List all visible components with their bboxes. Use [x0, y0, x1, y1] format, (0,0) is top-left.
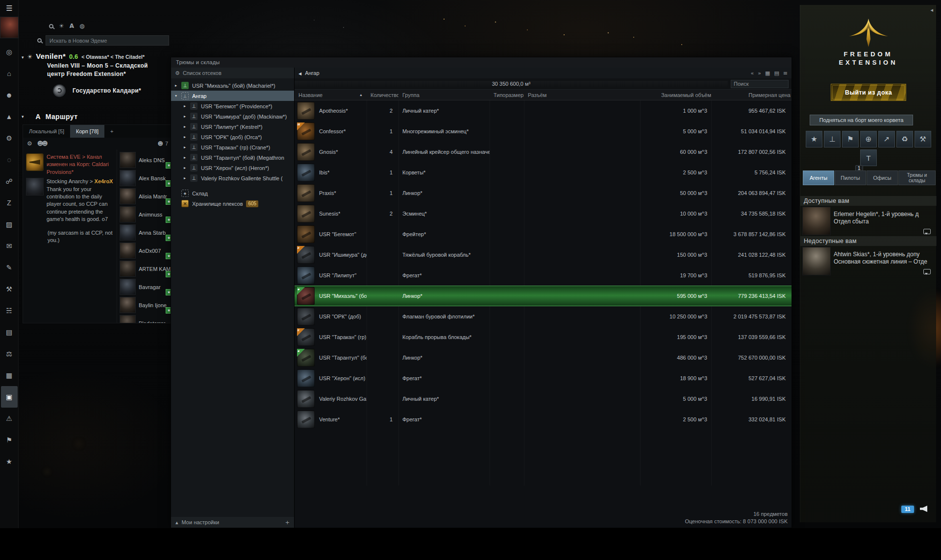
chevron-up-icon[interactable]	[175, 519, 178, 526]
neocom-fleet-icon[interactable]: ⚑	[1, 429, 18, 451]
view-icons-icon[interactable]	[765, 70, 770, 76]
neocom-assets-icon[interactable]: ▦	[1, 365, 18, 386]
neocom-people-icon[interactable]: ☍	[1, 170, 18, 192]
neocom-charts-icon[interactable]: ▨	[1, 214, 18, 235]
neocom-industry-icon[interactable]: ⚒	[1, 278, 18, 300]
tab-corp[interactable]: Корп [78]	[70, 125, 104, 138]
agent-name-line[interactable]: Erlemer Hegelin*, 1-й уровень д	[834, 211, 934, 218]
ship-thumbnail[interactable]	[297, 184, 315, 202]
collapse-all-icon[interactable]	[751, 70, 754, 76]
list-item[interactable]: Aleks DNS	[120, 151, 172, 169]
tab-agents[interactable]: Агенты	[803, 170, 834, 185]
message-mention[interactable]: Xe4roX	[95, 178, 113, 184]
solar-system-icon[interactable]	[59, 23, 64, 29]
agent-portrait[interactable]	[802, 247, 831, 275]
tree-item-liliput[interactable]: ▸ USR "Лилипут" (Kestrel*)	[171, 122, 294, 132]
list-item[interactable]: Animnuss	[120, 205, 172, 223]
my-settings-label[interactable]: Мои настройки	[182, 519, 220, 525]
ship-thumbnail[interactable]	[297, 143, 315, 161]
tab-offices[interactable]: Офисы	[867, 170, 898, 185]
neocom-station-services-icon[interactable]: ⌂	[1, 63, 18, 84]
message-author[interactable]: Stocking Anarchy >	[47, 178, 93, 184]
ship-thumbnail[interactable]	[297, 205, 315, 222]
expander-icon[interactable]: ▸	[184, 176, 190, 180]
undock-button[interactable]: Выйти из дока	[831, 84, 906, 101]
faction-name[interactable]: Государство Калдари*	[73, 87, 141, 94]
notification-badge[interactable]: 11	[901, 506, 914, 513]
ship-thumbnail[interactable]	[297, 225, 315, 243]
agent-entry[interactable]: Erlemer Hegelin*, 1-й уровень д Отдел сб…	[801, 207, 936, 236]
neocom-ship-hangar-icon[interactable]: ▲	[1, 106, 18, 127]
gear-icon[interactable]	[175, 70, 180, 76]
lp-store-icon[interactable]: ★	[806, 131, 822, 147]
tree-item-tarakan[interactable]: ▸ USR "Таракан" (гр) (Crane*)	[171, 142, 294, 152]
column-quantity[interactable]: Количество	[367, 92, 398, 98]
ship-thumbnail[interactable]: III	[297, 122, 315, 140]
neocom-character-sheet-icon[interactable]: ◎	[1, 41, 18, 63]
ship-thumbnail[interactable]: ◆	[297, 349, 315, 366]
expander-icon[interactable]: ▸	[184, 114, 190, 119]
tree-item-valeriy-shuttle[interactable]: ▸ Valeriy Rozhkov Gallente Shuttle (	[171, 173, 294, 183]
neocom-chat-icon[interactable]: ▣	[1, 386, 18, 408]
neocom-layers-icon[interactable]: ☵	[1, 300, 18, 321]
list-item[interactable]: Anna Starb	[120, 223, 172, 242]
insurance-icon[interactable]: ⊕	[860, 131, 877, 147]
USR "Таракан" (гр)[interactable]: II USR "Таракан" (гр) Корабль прорыва бл…	[295, 327, 792, 347]
list-item[interactable]: Bladeterror	[120, 314, 172, 323]
ship-thumbnail[interactable]: ◆	[297, 287, 315, 305]
collapse-location-icon[interactable]	[22, 55, 24, 60]
USR "Ишимура" (доб)[interactable]: II USR "Ишимура" (доб) Тяжёлый буровой к…	[295, 244, 792, 265]
expander-icon[interactable]: ▸	[184, 104, 190, 108]
tree-header[interactable]: Список отсеков	[171, 68, 294, 78]
tree-item-hangar[interactable]: ▾ Ангар	[171, 91, 294, 101]
agent-entry[interactable]: Ahtwin Skias*, 1-й уровень допу Основная…	[801, 247, 936, 276]
tab-hangars[interactable]: Трюмы и склады	[898, 170, 936, 185]
start-conversation-icon[interactable]	[923, 229, 931, 234]
broadcast-icon[interactable]	[920, 506, 927, 512]
USR "Лилипут"[interactable]: USR "Лилипут" Фрегат* 19 700 м^3 519 876…	[295, 265, 792, 286]
expander-icon[interactable]: ▸	[175, 83, 181, 88]
back-icon[interactable]	[298, 70, 301, 76]
ship-thumbnail[interactable]	[297, 164, 315, 181]
add-channel-button[interactable]: +	[104, 125, 119, 138]
agent-name-line[interactable]: Ahtwin Skias*, 1-й уровень допу	[834, 251, 934, 258]
tree-item-tarantul[interactable]: ▸ USR "Тарантул" (бой) (Megathron	[171, 152, 294, 163]
structure-browser-icon[interactable]: ⊥	[824, 131, 841, 147]
expander-icon[interactable]: ▸	[184, 124, 190, 129]
expander-icon[interactable]: ▸	[184, 155, 190, 160]
chat-settings-icon[interactable]	[27, 140, 32, 147]
expander-icon[interactable]: ▾	[175, 94, 181, 98]
start-conversation-icon[interactable]	[923, 269, 931, 274]
clothing-service-icon[interactable]: T	[860, 149, 877, 166]
list-item[interactable]: Bavragar	[120, 278, 172, 296]
USR "Бегемот"[interactable]: USR "Бегемот" Фрейтер* 18 500 000 м^3 3 …	[295, 224, 792, 244]
ship-thumbnail[interactable]	[297, 267, 315, 284]
list-item[interactable]: ARTEM KAME	[120, 260, 172, 278]
Valeriy Rozhkov Gallente[interactable]: Valeriy Rozhkov Gallente Личный катер* 5…	[295, 389, 792, 409]
expand-all-icon[interactable]	[758, 70, 761, 76]
list-item[interactable]: Baylin Ijone	[120, 296, 172, 314]
neocom-market-icon[interactable]: ⚖	[1, 343, 18, 365]
tree-item-ork[interactable]: ▸ USR "ОРК" (доб) (Orca*)	[171, 132, 294, 142]
regional-market-icon[interactable]: ↗	[878, 131, 895, 147]
USR "Михаэль" (бой)[interactable]: ◆ USR "Михаэль" (бой) Линкор* 595 000 м^…	[295, 286, 792, 306]
ship-thumbnail[interactable]	[297, 390, 315, 408]
Gnosis*[interactable]: Gnosis* 4 Линейный крейсер общего назнач…	[295, 142, 792, 162]
expander-icon[interactable]: ▸	[184, 135, 190, 139]
filter-search-input[interactable]: Поиск	[731, 80, 789, 88]
tab-local[interactable]: Локальный [5]	[23, 125, 70, 138]
tree-item-mikhael-ship[interactable]: ▸ USR "Михаэль" (бой) (Machariel*)	[171, 80, 294, 91]
text-size-icon[interactable]	[70, 23, 74, 29]
Sunesis*[interactable]: Sunesis* 2 Эсминец* 10 000 м^3 34 735 58…	[295, 203, 792, 224]
fitting-service-icon[interactable]: ⚒	[915, 131, 931, 147]
neocom-journal-icon[interactable]: ▤	[1, 321, 18, 343]
reprocessing-icon[interactable]: ♻	[896, 131, 913, 147]
neocom-contacts-icon[interactable]: ☻	[1, 84, 18, 106]
agency-icon[interactable]	[79, 23, 84, 29]
ship-thumbnail[interactable]: II	[297, 328, 315, 346]
system-name[interactable]: Venilen*	[36, 52, 66, 60]
Venture*[interactable]: Venture* 1 Фрегат* 2 500 м^3 332 024,81 …	[295, 409, 792, 430]
ship-thumbnail[interactable]	[297, 411, 315, 428]
column-size[interactable]: Типоразмер	[490, 92, 524, 98]
tree-item-kheron[interactable]: ▸ USR "Херон" (исл) (Heron*)	[171, 163, 294, 173]
